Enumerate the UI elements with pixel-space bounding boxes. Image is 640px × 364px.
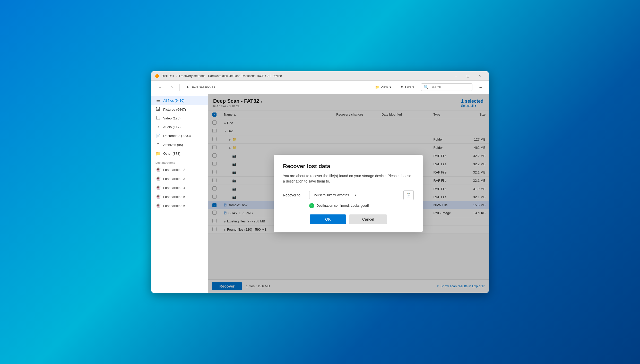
modal-title: Recover lost data bbox=[283, 163, 414, 170]
lost-partitions-section-label: Lost partitions bbox=[151, 158, 208, 165]
folder-browse-icon: 📋 bbox=[406, 193, 411, 197]
sidebar-item-other[interactable]: 📁 Other (878) bbox=[151, 149, 208, 158]
sidebar-item-pictures[interactable]: 🖼 Pictures (6447) bbox=[151, 105, 208, 114]
sidebar-item-lp2[interactable]: 👻 Lost partition 2 bbox=[151, 165, 208, 174]
video-icon: 🎞 bbox=[155, 116, 161, 120]
sidebar-item-lp3[interactable]: 👻 Lost partition 3 bbox=[151, 174, 208, 183]
sidebar-item-audio-label: Audio (117) bbox=[163, 125, 180, 129]
sidebar-item-lp6[interactable]: 👻 Lost partition 6 bbox=[151, 201, 208, 210]
main-area: ☰ All files (9410) 🖼 Pictures (6447) 🎞 V… bbox=[151, 94, 489, 293]
toolbar-separator bbox=[179, 84, 180, 91]
ghost-icon-3: 👻 bbox=[155, 185, 161, 190]
folder-icon: 📁 bbox=[375, 85, 379, 89]
sidebar-item-all-files-label: All files (9410) bbox=[163, 99, 184, 102]
download-icon: ⬇ bbox=[186, 85, 189, 89]
sidebar-item-other-label: Other (878) bbox=[163, 152, 180, 155]
destination-confirmed-row: ✓ Destination confirmed. Looks good! bbox=[283, 203, 414, 208]
sidebar-item-lp2-label: Lost partition 2 bbox=[163, 168, 185, 172]
sidebar-item-lp3-label: Lost partition 3 bbox=[163, 177, 185, 181]
ghost-icon-4: 👻 bbox=[155, 194, 161, 199]
cancel-button[interactable]: Cancel bbox=[349, 214, 387, 224]
app-icon: 🔶 bbox=[154, 74, 159, 78]
window-controls: ─ ▢ ✕ bbox=[450, 71, 486, 81]
dropdown-chevron-icon: ▾ bbox=[355, 193, 397, 197]
window-title: Disk Drill - All recovery methods - Hard… bbox=[162, 74, 447, 78]
ghost-icon: 👻 bbox=[155, 167, 161, 172]
filters-button[interactable]: ⚙ Filters bbox=[398, 84, 417, 91]
pictures-icon: 🖼 bbox=[155, 107, 161, 112]
sidebar-item-video-label: Video (170) bbox=[163, 116, 180, 120]
sidebar-item-documents[interactable]: 📄 Documents (1703) bbox=[151, 131, 208, 140]
filter-icon: ⚙ bbox=[401, 85, 404, 89]
recover-to-row: Recover to C:\Users\lukas\Favorites ▾ 📋 bbox=[283, 190, 414, 200]
recover-to-select[interactable]: C:\Users\lukas\Favorites ▾ bbox=[309, 191, 400, 199]
filters-label: Filters bbox=[405, 85, 414, 89]
all-files-icon: ☰ bbox=[155, 98, 161, 103]
sidebar-item-lp5[interactable]: 👻 Lost partition 5 bbox=[151, 192, 208, 201]
sidebar-item-archives-label: Archives (95) bbox=[163, 143, 183, 147]
content-area: Deep Scan - FAT32 ▾ 6447 files / 3.10 GB… bbox=[208, 94, 489, 293]
search-icon: 🔍 bbox=[424, 85, 429, 90]
titlebar: 🔶 Disk Drill - All recovery methods - Ha… bbox=[151, 71, 489, 81]
recover-to-path: C:\Users\lukas\Favorites bbox=[313, 193, 355, 197]
documents-icon: 📄 bbox=[155, 133, 161, 138]
browse-folder-button[interactable]: 📋 bbox=[403, 190, 414, 200]
save-session-button[interactable]: ⬇ Save session as... bbox=[184, 84, 221, 91]
search-input[interactable] bbox=[430, 85, 470, 89]
recover-dialog: Recover lost data You are about to recov… bbox=[274, 155, 423, 232]
toolbar: ← ⌂ ⬇ Save session as... 📁 View ▾ ⚙ Filt… bbox=[151, 81, 489, 94]
destination-ok-text: Destination confirmed. Looks good! bbox=[316, 204, 369, 207]
more-button[interactable]: ··· bbox=[477, 84, 485, 91]
sidebar-item-lp6-label: Lost partition 6 bbox=[163, 204, 185, 208]
sidebar-item-all-files[interactable]: ☰ All files (9410) bbox=[151, 96, 208, 105]
maximize-button[interactable]: ▢ bbox=[462, 71, 474, 81]
audio-icon: ♪ bbox=[155, 125, 161, 129]
sidebar-item-archives[interactable]: 🗒 Archives (95) bbox=[151, 140, 208, 149]
home-button[interactable]: ⌂ bbox=[168, 84, 175, 91]
modal-description: You are about to recover the file(s) fou… bbox=[283, 173, 414, 184]
sidebar-item-lp4[interactable]: 👻 Lost partition 4 bbox=[151, 183, 208, 192]
modal-buttons: OK Cancel bbox=[283, 214, 414, 224]
ghost-icon-2: 👻 bbox=[155, 176, 161, 181]
chevron-down-icon: ▾ bbox=[390, 85, 391, 89]
sidebar-item-lp5-label: Lost partition 5 bbox=[163, 195, 185, 199]
sidebar-item-video[interactable]: 🎞 Video (170) bbox=[151, 114, 208, 123]
other-icon: 📁 bbox=[155, 151, 161, 156]
minimize-button[interactable]: ─ bbox=[450, 71, 462, 81]
back-button[interactable]: ← bbox=[155, 84, 164, 91]
ghost-icon-5: 👻 bbox=[155, 203, 161, 208]
view-button[interactable]: 📁 View ▾ bbox=[373, 84, 394, 91]
checkmark-icon: ✓ bbox=[309, 203, 314, 208]
sidebar-item-documents-label: Documents (1703) bbox=[163, 134, 191, 138]
app-window: 🔶 Disk Drill - All recovery methods - Ha… bbox=[151, 71, 489, 293]
sidebar: ☰ All files (9410) 🖼 Pictures (6447) 🎞 V… bbox=[151, 94, 208, 293]
sidebar-item-audio[interactable]: ♪ Audio (117) bbox=[151, 123, 208, 131]
sidebar-item-lp4-label: Lost partition 4 bbox=[163, 186, 185, 190]
modal-overlay: Recover lost data You are about to recov… bbox=[208, 94, 489, 293]
close-button[interactable]: ✕ bbox=[474, 71, 486, 81]
recover-to-label: Recover to bbox=[283, 193, 306, 197]
search-box: 🔍 bbox=[421, 83, 472, 91]
view-label: View bbox=[381, 85, 388, 89]
ok-button[interactable]: OK bbox=[310, 214, 346, 224]
save-session-label: Save session as... bbox=[191, 85, 218, 89]
sidebar-item-pictures-label: Pictures (6447) bbox=[163, 108, 186, 111]
archives-icon: 🗒 bbox=[155, 142, 161, 147]
